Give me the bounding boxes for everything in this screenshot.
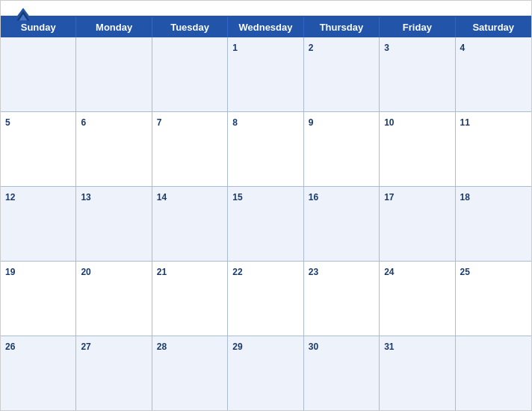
day-number: 26	[5, 342, 15, 352]
day-headers: SundayMondayTuesdayWednesdayThursdayFrid…	[1, 17, 531, 37]
day-cell: 28	[152, 336, 228, 410]
day-cell: 24	[380, 262, 455, 336]
calendar-container: SundayMondayTuesdayWednesdayThursdayFrid…	[0, 0, 532, 411]
logo-area	[13, 7, 34, 23]
week-row-2: 567891011	[1, 112, 531, 187]
day-cell: 12	[1, 187, 76, 261]
day-number: 1	[232, 43, 238, 53]
day-cell: 30	[304, 336, 380, 410]
logo-icon	[13, 7, 34, 22]
day-header-monday: Monday	[76, 17, 152, 37]
day-cell: 31	[380, 336, 455, 410]
day-cell: 21	[152, 262, 228, 336]
week-row-5: 262728293031	[1, 336, 531, 410]
weeks-container: 1234567891011121314151617181920212223242…	[1, 37, 531, 410]
day-cell: 3	[380, 37, 455, 111]
day-number: 10	[384, 117, 394, 128]
day-header-tuesday: Tuesday	[152, 17, 228, 37]
day-cell: 11	[456, 112, 531, 186]
day-cell: 8	[228, 112, 303, 186]
day-number: 29	[232, 342, 242, 352]
day-cell: 4	[456, 37, 531, 111]
day-number: 19	[5, 267, 15, 277]
day-cell: 17	[380, 187, 455, 261]
day-number: 18	[460, 192, 470, 203]
day-number: 3	[384, 43, 389, 53]
day-number: 30	[309, 342, 318, 352]
day-cell: 14	[152, 187, 228, 261]
day-number: 20	[81, 267, 90, 277]
day-cell: 29	[228, 336, 303, 410]
day-cell: 25	[456, 262, 531, 336]
day-cell: 2	[304, 37, 380, 111]
day-number: 15	[232, 192, 242, 203]
day-cell: 16	[304, 187, 380, 261]
day-number: 5	[5, 117, 10, 128]
day-header-friday: Friday	[380, 17, 455, 37]
day-cell	[1, 37, 76, 111]
day-cell	[76, 37, 152, 111]
day-cell: 10	[380, 112, 455, 186]
day-cell	[152, 37, 228, 111]
week-row-1: 1234	[1, 37, 531, 112]
day-cell: 26	[1, 336, 76, 410]
day-cell: 9	[304, 112, 380, 186]
day-header-saturday: Saturday	[456, 17, 531, 37]
day-number: 4	[460, 43, 466, 53]
day-number: 11	[460, 117, 470, 128]
day-cell: 5	[1, 112, 76, 186]
week-row-4: 19202122232425	[1, 262, 531, 336]
day-cell	[456, 336, 531, 410]
day-cell: 20	[76, 262, 152, 336]
day-header-thursday: Thursday	[304, 17, 380, 37]
day-number: 31	[384, 342, 394, 352]
day-cell: 15	[228, 187, 303, 261]
day-number: 16	[309, 192, 318, 203]
day-header-wednesday: Wednesday	[228, 17, 303, 37]
day-number: 8	[232, 117, 238, 128]
day-number: 17	[384, 192, 394, 203]
day-cell: 22	[228, 262, 303, 336]
day-cell: 18	[456, 187, 531, 261]
day-number: 7	[157, 117, 162, 128]
day-number: 28	[157, 342, 167, 352]
day-number: 13	[81, 192, 90, 203]
day-cell: 13	[76, 187, 152, 261]
day-cell: 6	[76, 112, 152, 186]
day-number: 14	[157, 192, 167, 203]
week-row-3: 12131415161718	[1, 187, 531, 262]
day-number: 25	[460, 267, 470, 277]
day-cell: 19	[1, 262, 76, 336]
day-number: 23	[309, 267, 318, 277]
day-number: 24	[384, 267, 394, 277]
day-number: 12	[5, 192, 15, 203]
day-number: 6	[81, 117, 86, 128]
day-cell: 7	[152, 112, 228, 186]
day-number: 2	[309, 43, 314, 53]
calendar-grid: SundayMondayTuesdayWednesdayThursdayFrid…	[1, 16, 531, 410]
calendar-header	[1, 1, 531, 16]
day-number: 9	[309, 117, 314, 128]
day-cell: 27	[76, 336, 152, 410]
day-number: 27	[81, 342, 90, 352]
day-cell: 1	[228, 37, 303, 111]
day-number: 22	[232, 267, 242, 277]
day-cell: 23	[304, 262, 380, 336]
day-number: 21	[157, 267, 167, 277]
